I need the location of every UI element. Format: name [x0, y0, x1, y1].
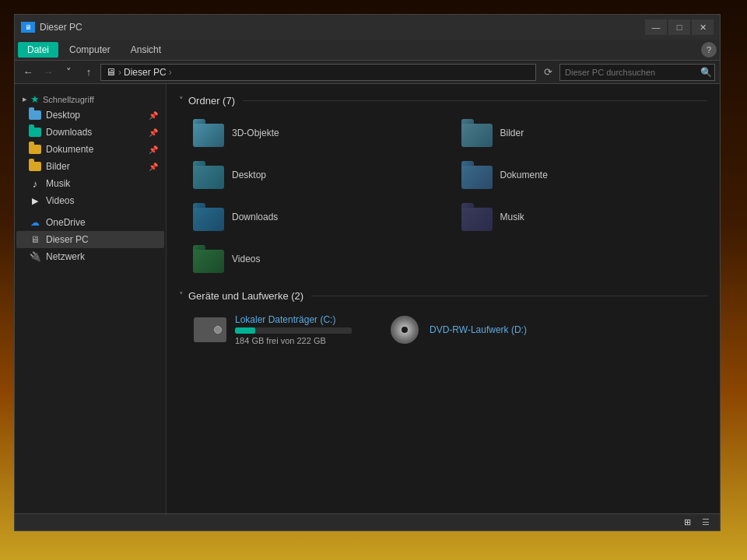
folder-icon-videos	[193, 245, 224, 273]
folder-name: 3D-Objekte	[232, 128, 279, 138]
folders-section-header: ˅ Ordner (7)	[179, 95, 707, 107]
sidebar-item-label: OneDrive	[46, 217, 86, 228]
folders-chevron[interactable]: ˅	[179, 96, 184, 106]
folder-shape	[193, 250, 224, 273]
folder-item-musik[interactable]: Musik	[455, 198, 708, 236]
pin-icon: 📌	[149, 111, 158, 120]
folders-section-title: Ordner (7)	[188, 95, 235, 107]
device-name: Lokaler Datenträger (C:)	[235, 314, 352, 325]
devices-section-title: Geräte und Laufwerke (2)	[188, 290, 303, 302]
folder-icon	[29, 109, 41, 121]
sidebar-item-label: Dokumente	[46, 144, 93, 155]
tab-computer[interactable]: Computer	[60, 42, 120, 58]
video-icon: ▶	[29, 194, 41, 207]
dvd-shape	[391, 316, 419, 344]
sidebar-item-label: Musik	[46, 178, 70, 189]
folder-name: Dokumente	[500, 170, 548, 180]
title-bar: 🖥 Dieser PC — □ ✕	[15, 15, 720, 40]
folder-name: Desktop	[232, 170, 266, 180]
sidebar-section-quick-access[interactable]: ▸ ★ Schnellzugriff	[15, 90, 166, 107]
address-path[interactable]: 🖥 › Dieser PC ›	[100, 64, 536, 81]
file-explorer-window: 🖥 Dieser PC — □ ✕ Datei Computer Ansicht…	[14, 14, 721, 531]
folder-icon-dokumente	[461, 161, 493, 189]
sidebar-item-musik[interactable]: ♪ Musik	[16, 175, 164, 192]
sidebar-item-dieser-pc[interactable]: 🖥 Dieser PC	[16, 231, 164, 248]
section-divider	[243, 100, 707, 101]
forward-button[interactable]: →	[40, 64, 57, 81]
back-button[interactable]: ←	[19, 64, 37, 81]
dropdown-button[interactable]: ˅	[60, 64, 77, 81]
section-divider	[311, 296, 707, 296]
view-large-icons-button[interactable]: ⊞	[679, 516, 695, 530]
file-pane: ˅ Ordner (7) 3D-Objekte Bilder	[167, 84, 720, 513]
search-input[interactable]	[560, 68, 697, 77]
folder-item-desktop[interactable]: Desktop	[187, 156, 440, 194]
device-item-c-drive[interactable]: Lokaler Datenträger (C:) 184 GB frei von…	[187, 310, 358, 350]
path-icon: 🖥	[106, 66, 116, 78]
tab-datei[interactable]: Datei	[18, 42, 58, 58]
maximize-button[interactable]: □	[668, 19, 690, 35]
sidebar-item-desktop[interactable]: Desktop 📌	[16, 107, 164, 124]
folder-icon-3d	[193, 119, 224, 147]
devices-grid: Lokaler Datenträger (C:) 184 GB frei von…	[179, 310, 707, 350]
folder-shape	[193, 208, 224, 231]
sidebar-item-dokumente[interactable]: Dokumente 📌	[16, 141, 164, 158]
sidebar-item-onedrive[interactable]: ☁ OneDrive	[16, 214, 164, 231]
device-free-space: 184 GB frei von 222 GB	[235, 336, 352, 345]
folder-item-3d-objekte[interactable]: 3D-Objekte	[187, 114, 440, 152]
folder-name: Videos	[232, 254, 260, 264]
folder-shape	[461, 208, 493, 231]
music-icon: ♪	[29, 177, 41, 190]
folders-grid: 3D-Objekte Bilder Desktop	[179, 114, 707, 278]
main-content: ▸ ★ Schnellzugriff Desktop 📌 Downloads 📌…	[15, 84, 720, 513]
sidebar-item-downloads[interactable]: Downloads 📌	[16, 124, 164, 141]
help-button[interactable]: ?	[701, 42, 717, 58]
sidebar-item-label: Desktop	[46, 110, 80, 121]
dvd-drive-icon	[388, 316, 422, 344]
folder-item-dokumente[interactable]: Dokumente	[455, 156, 708, 194]
tab-ansicht[interactable]: Ansicht	[121, 42, 170, 58]
onedrive-icon: ☁	[29, 216, 41, 229]
folder-shape	[193, 124, 224, 147]
up-button[interactable]: ↑	[80, 64, 97, 81]
sidebar-item-netzwerk[interactable]: 🔌 Netzwerk	[16, 248, 164, 265]
search-button[interactable]: 🔍	[697, 64, 714, 81]
storage-bar	[235, 327, 352, 334]
sidebar-item-label: Bilder	[46, 161, 70, 172]
pin-icon: 📌	[149, 163, 158, 171]
folder-name: Musik	[500, 212, 524, 222]
sidebar-item-videos[interactable]: ▶ Videos	[16, 192, 164, 209]
star-icon: ★	[30, 93, 40, 105]
folder-name: Downloads	[232, 212, 278, 222]
status-bar: ⊞ ☰	[15, 513, 720, 530]
refresh-button[interactable]: ⟳	[539, 64, 556, 81]
hdd-shape	[194, 317, 226, 342]
folder-icon-desktop	[193, 161, 224, 189]
window-controls: — □ ✕	[645, 19, 714, 35]
folder-item-bilder[interactable]: Bilder	[455, 114, 708, 152]
path-item: 🖥 › Dieser PC ›	[106, 66, 172, 78]
ribbon-tabs: Datei Computer Ansicht ?	[15, 40, 720, 60]
minimize-button[interactable]: —	[645, 19, 667, 35]
path-end-separator: ›	[169, 67, 172, 78]
folder-item-videos[interactable]: Videos	[187, 240, 440, 278]
folder-shape	[193, 166, 224, 189]
view-details-button[interactable]: ☰	[698, 516, 714, 530]
path-separator: ›	[118, 67, 121, 78]
sidebar-item-bilder[interactable]: Bilder 📌	[16, 158, 164, 175]
folder-icon-bilder	[461, 119, 493, 147]
address-bar: ← → ˅ ↑ 🖥 › Dieser PC › ⟳ 🔍	[15, 61, 720, 84]
devices-chevron[interactable]: ˅	[179, 291, 184, 301]
sidebar-item-label: Dieser PC	[46, 234, 89, 245]
folder-icon	[29, 160, 41, 173]
sidebar-item-label: Netzwerk	[46, 251, 85, 262]
sidebar-section-label: Schnellzugriff	[43, 95, 94, 104]
folder-item-downloads[interactable]: Downloads	[187, 198, 440, 236]
computer-icon: 🖥	[29, 233, 41, 246]
close-button[interactable]: ✕	[692, 19, 714, 35]
device-item-d-drive[interactable]: DVD-RW-Laufwerk (D:)	[381, 310, 552, 350]
downloads-folder-icon	[29, 126, 41, 138]
chevron-icon: ▸	[23, 94, 27, 104]
search-box: 🔍	[559, 64, 715, 81]
network-icon: 🔌	[29, 250, 41, 263]
